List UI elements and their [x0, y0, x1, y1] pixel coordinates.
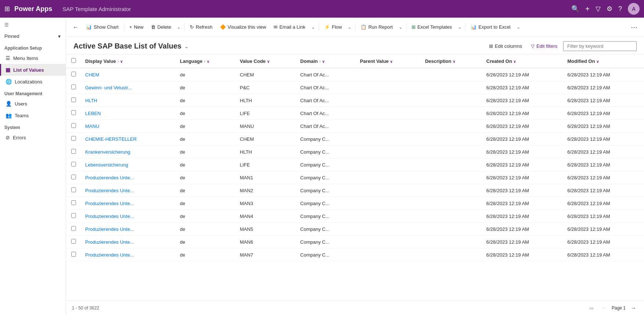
prev-page-button[interactable]: ←: [599, 304, 609, 312]
header-description[interactable]: Description ∨: [421, 54, 482, 68]
row-checkbox[interactable]: [71, 85, 76, 89]
view-title-dropdown-icon[interactable]: ⌄: [184, 43, 189, 49]
help-icon[interactable]: ?: [618, 5, 622, 13]
email-button[interactable]: ✉ Email a Link: [270, 22, 309, 32]
row-checkbox[interactable]: [71, 226, 76, 231]
cell-display-value[interactable]: Produzierendes Unte...: [81, 210, 176, 223]
row-checkbox-cell[interactable]: [66, 210, 81, 223]
sidebar-item-menu-items[interactable]: ☰ Menu Items: [0, 52, 66, 64]
add-icon[interactable]: +: [585, 5, 590, 13]
select-all-checkbox[interactable]: [71, 58, 76, 63]
grid-menu-icon[interactable]: ⊞: [4, 5, 10, 13]
cell-display-value[interactable]: Produzierendes Unte...: [81, 248, 176, 261]
row-checkbox[interactable]: [71, 252, 76, 257]
email-dropdown-arrow[interactable]: ⌄: [309, 22, 317, 32]
new-button[interactable]: + New: [126, 22, 147, 32]
excel-templates-button[interactable]: ⊞ Excel Templates: [408, 22, 456, 32]
back-button[interactable]: ←: [69, 22, 82, 33]
cell-display-value[interactable]: Produzierendes Unte...: [81, 171, 176, 184]
row-checkbox[interactable]: [71, 239, 76, 244]
row-checkbox-cell[interactable]: [66, 94, 81, 107]
row-checkbox[interactable]: [71, 72, 76, 76]
sidebar-item-errors[interactable]: ⊘ Errors: [0, 132, 66, 143]
cell-display-value[interactable]: CHEMIE-HERSTELLER: [81, 133, 176, 146]
cell-display-value[interactable]: CHEM: [81, 68, 176, 81]
cell-value-code: CHEM: [235, 133, 296, 146]
row-checkbox-cell[interactable]: [66, 133, 81, 146]
header-modified-on[interactable]: Modified On ∨: [563, 54, 644, 68]
row-checkbox-cell[interactable]: [66, 107, 81, 120]
cell-display-value[interactable]: Gewinn- und Velustr...: [81, 81, 176, 94]
row-checkbox[interactable]: [71, 110, 76, 115]
edit-filters-button[interactable]: ▽ Edit filters: [528, 42, 560, 51]
row-checkbox-cell[interactable]: [66, 236, 81, 248]
refresh-button[interactable]: ↻ Refresh: [186, 22, 216, 32]
cell-parent-value: [356, 184, 421, 197]
row-checkbox-cell[interactable]: [66, 68, 81, 81]
sort-icon: ∨: [513, 60, 516, 64]
first-page-button[interactable]: ⏮: [587, 304, 596, 312]
settings-icon[interactable]: ⚙: [607, 5, 612, 13]
show-chart-button[interactable]: 📊 Show Chart: [82, 22, 122, 32]
header-language[interactable]: Language ↑ ∨: [176, 54, 235, 68]
row-checkbox[interactable]: [71, 162, 76, 167]
row-checkbox-cell[interactable]: [66, 158, 81, 171]
pinned-section[interactable]: Pinned ▼: [0, 31, 66, 42]
row-checkbox-cell[interactable]: [66, 184, 81, 197]
header-checkbox-col[interactable]: [66, 54, 81, 68]
table-row: Produzierendes Unte... de MAN2 Company C…: [66, 184, 644, 197]
row-checkbox[interactable]: [71, 136, 76, 141]
run-report-dropdown-arrow[interactable]: ⌄: [397, 22, 405, 32]
row-checkbox[interactable]: [71, 187, 76, 192]
header-display-value[interactable]: Display Value ↑ ∨: [81, 54, 176, 68]
filter-keyword-input[interactable]: [563, 41, 637, 51]
cell-display-value[interactable]: Produzierendes Unte...: [81, 197, 176, 210]
search-icon[interactable]: 🔍: [571, 5, 579, 13]
sidebar-item-users[interactable]: 👤 Users: [0, 98, 66, 110]
flow-dropdown-arrow[interactable]: ⌄: [345, 22, 354, 32]
header-value-code[interactable]: Value Code ∨: [235, 54, 296, 68]
row-checkbox[interactable]: [71, 175, 76, 179]
row-checkbox-cell[interactable]: [66, 171, 81, 184]
teams-icon: 👥: [6, 112, 12, 118]
cell-display-value[interactable]: Produzierendes Unte...: [81, 184, 176, 197]
edit-columns-button[interactable]: ⊞ Edit columns: [486, 42, 525, 51]
sidebar-item-list-of-values[interactable]: ▦ List of Values: [0, 64, 66, 76]
row-checkbox[interactable]: [71, 200, 76, 205]
cell-display-value[interactable]: LEBEN: [81, 107, 176, 120]
row-checkbox-cell[interactable]: [66, 120, 81, 133]
header-domain[interactable]: Domain ↑ ∨: [296, 54, 356, 68]
header-created-on[interactable]: Created On ∨: [482, 54, 563, 68]
header-parent-value[interactable]: Parent Value ∨: [356, 54, 421, 68]
flow-button[interactable]: ⚡ Flow: [321, 22, 345, 32]
next-page-button[interactable]: →: [629, 304, 638, 312]
sidebar-collapse-btn[interactable]: ☰: [0, 19, 66, 31]
cell-display-value[interactable]: HLTH: [81, 94, 176, 107]
cell-display-value[interactable]: MANU: [81, 120, 176, 133]
row-checkbox[interactable]: [71, 97, 76, 102]
more-actions-button[interactable]: ⋯: [627, 21, 641, 33]
cell-display-value[interactable]: Krankenversicherung: [81, 146, 176, 158]
sidebar-item-teams[interactable]: 👥 Teams: [0, 110, 66, 121]
row-checkbox-cell[interactable]: [66, 197, 81, 210]
row-checkbox[interactable]: [71, 213, 76, 218]
filter-icon[interactable]: ▽: [596, 5, 601, 13]
cell-display-value[interactable]: Produzierendes Unte...: [81, 223, 176, 236]
row-checkbox[interactable]: [71, 149, 76, 154]
delete-dropdown-arrow[interactable]: ⌄: [175, 22, 183, 32]
run-report-button[interactable]: 📋 Run Report: [357, 22, 396, 32]
row-checkbox-cell[interactable]: [66, 248, 81, 261]
export-excel-dropdown-arrow[interactable]: ⌄: [514, 22, 522, 32]
excel-templates-dropdown-arrow[interactable]: ⌄: [456, 22, 464, 32]
export-excel-button[interactable]: 📊 Export to Excel: [467, 22, 514, 32]
visualize-button[interactable]: 🔶 Visualize this view: [216, 22, 270, 32]
avatar[interactable]: A: [628, 3, 640, 15]
cell-display-value[interactable]: Lebensversicherung: [81, 158, 176, 171]
row-checkbox-cell[interactable]: [66, 146, 81, 158]
row-checkbox-cell[interactable]: [66, 223, 81, 236]
sidebar-item-localizations[interactable]: 🌐 Localizations: [0, 76, 66, 87]
row-checkbox[interactable]: [71, 123, 76, 128]
delete-button[interactable]: 🗑 Delete: [147, 22, 175, 32]
row-checkbox-cell[interactable]: [66, 81, 81, 94]
cell-display-value[interactable]: Produzierendes Unte...: [81, 236, 176, 248]
